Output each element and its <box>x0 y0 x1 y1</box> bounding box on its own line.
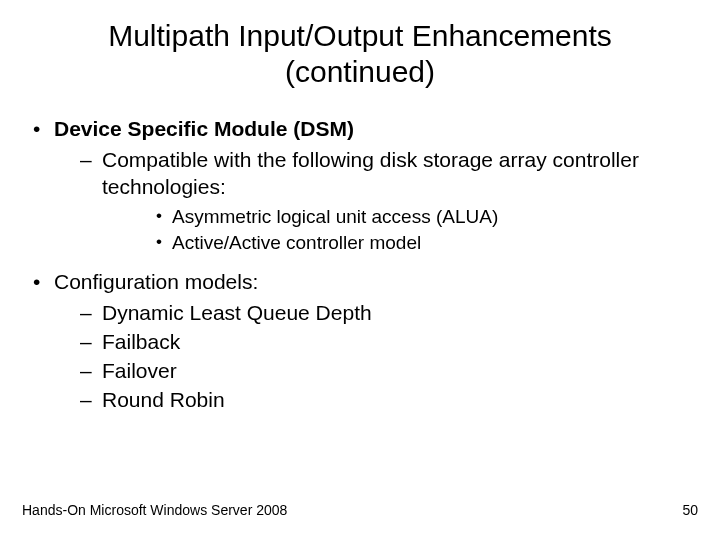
bullet-failback: Failback <box>54 329 690 356</box>
footer-text: Hands-On Microsoft Windows Server 2008 <box>22 502 287 518</box>
bullet-dsm-text: Device Specific Module (DSM) <box>54 117 354 140</box>
bullet-dlqd: Dynamic Least Queue Depth <box>54 300 690 327</box>
bullet-config-models: Configuration models: Dynamic Least Queu… <box>30 269 690 413</box>
slide-title: Multipath Input/Output Enhancements (con… <box>0 0 720 90</box>
slide-body: Device Specific Module (DSM) Compatible … <box>0 90 720 414</box>
bullet-compatible-text: Compatible with the following disk stora… <box>102 148 639 198</box>
bullet-config-models-text: Configuration models: <box>54 270 258 293</box>
bullet-failover: Failover <box>54 358 690 385</box>
bullet-round-robin: Round Robin <box>54 387 690 414</box>
page-number: 50 <box>682 502 698 518</box>
bullet-alua: Asymmetric logical unit access (ALUA) <box>102 205 690 229</box>
bullet-dsm: Device Specific Module (DSM) Compatible … <box>30 116 690 255</box>
bullet-compatible: Compatible with the following disk stora… <box>54 147 690 255</box>
bullet-active-active: Active/Active controller model <box>102 231 690 255</box>
